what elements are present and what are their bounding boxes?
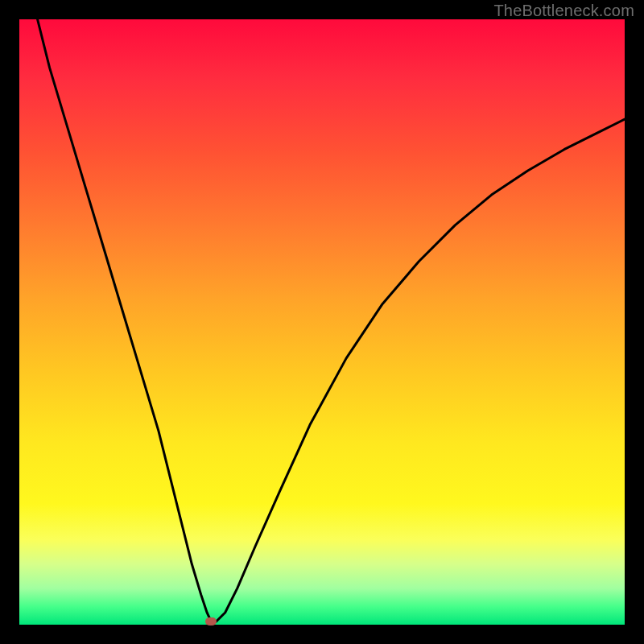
optimum-marker bbox=[205, 617, 217, 625]
chart-frame: TheBottleneck.com bbox=[0, 0, 644, 644]
curve-svg bbox=[19, 19, 625, 625]
bottleneck-curve bbox=[38, 19, 625, 621]
watermark-text: TheBottleneck.com bbox=[493, 2, 634, 20]
